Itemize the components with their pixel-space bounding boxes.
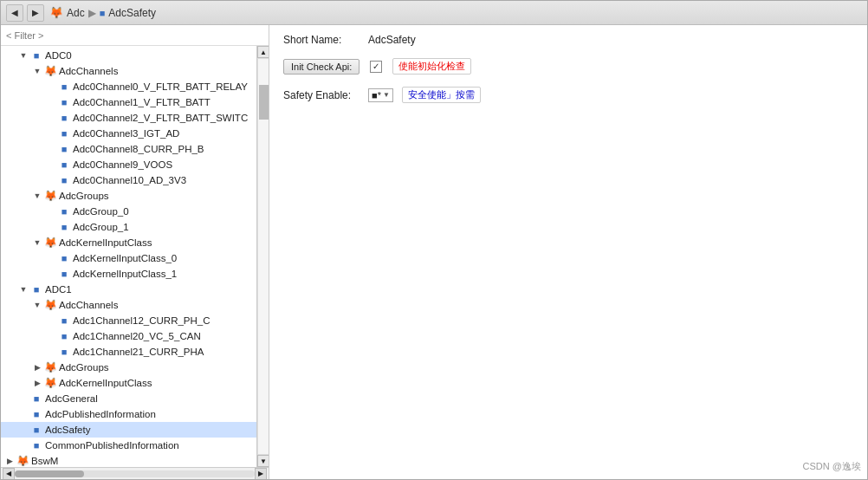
watermark: CSDN @逸埃 [803,460,861,473]
tree-item-label: Adc0Channel0_V_FLTR_BATT_RELAY [73,81,248,92]
tree-item-label: Adc0Channel2_V_FLTR_BATT_SWITC [73,113,248,123]
tree-item[interactable]: ■AdcKernelInputClass_0 [1,250,256,266]
fox-icon: 🦊 [44,65,56,77]
tree-item[interactable]: ■Adc1Channel12_CURR_PH_C [1,313,256,328]
tree-item[interactable]: ■AdcGroup_0 [1,204,256,219]
tree-toggle[interactable] [18,440,29,451]
breadcrumb-adc[interactable]: Adc [67,7,85,19]
tree-item[interactable]: ■Adc0Channel8_CURR_PH_B [1,141,256,157]
short-name-row: Short Name: AdcSafety [283,34,853,46]
tree-toggle[interactable] [46,331,56,341]
dropdown-value: ■* [372,90,381,101]
tree-toggle[interactable] [46,159,56,170]
tree-item[interactable]: ▼■ADC0 [1,48,256,63]
nav-fwd-button[interactable]: ▶ [27,4,44,22]
breadcrumb-adcsafety[interactable]: AdcSafety [108,7,156,19]
tree-toggle[interactable] [46,347,56,357]
hscroll-left-btn[interactable]: ◀ [3,468,15,480]
chinese-init-button[interactable]: 使能初始化检查 [392,58,471,75]
tree-item[interactable]: ■Adc0Channel1_V_FLTR_BATT [1,94,256,110]
tree-toggle[interactable] [46,81,56,92]
tree-item-label: AdcGeneral [45,393,98,404]
blue-square-icon: ■ [58,174,70,186]
tree-item[interactable]: ■AdcGeneral [1,391,256,406]
tree-item[interactable]: ▼🦊AdcGroups [1,188,256,204]
tree-toggle[interactable] [18,393,29,404]
tree-toggle[interactable]: ▼ [32,237,42,248]
tree-item[interactable]: ▶🦊AdcKernelInputClass [1,375,256,391]
hscroll-track[interactable] [15,470,255,477]
vscroll-bar: ▲ ▼ [256,46,269,467]
tree-toggle[interactable] [46,175,56,185]
safety-enable-row: Safety Enable: ■* ▼ 安全使能」按需 [283,87,853,103]
tree-toggle[interactable] [46,97,56,107]
tree-item-label: AdcGroups [59,362,109,373]
tree-item[interactable]: ■Adc1Channel20_VC_5_CAN [1,328,256,344]
titlebar: ◀ ▶ 🦊 Adc ▶ ■ AdcSafety [1,1,867,25]
filter-input[interactable] [6,30,263,41]
init-check-checkbox[interactable]: ✓ [370,61,382,73]
tree-item[interactable]: ▼■ADC1 [1,282,256,297]
tree-toggle[interactable]: ▶ [32,362,42,373]
fox-icon: 🦊 [44,361,56,373]
scroll-down-btn[interactable]: ▼ [257,455,269,467]
tree-item[interactable]: ▼🦊AdcChannels [1,63,256,79]
tree-item[interactable]: ■AdcKernelInputClass_1 [1,266,256,282]
tree-toggle[interactable]: ▼ [18,284,29,295]
tree-toggle[interactable] [46,113,56,123]
tree-item[interactable]: ■AdcPublishedInformation [1,406,256,422]
tree-toggle[interactable] [18,425,29,435]
vscroll-track[interactable] [257,58,269,455]
tree-item-label: BswM [31,456,58,466]
tree-item[interactable]: ■Adc0Channel3_IGT_AD [1,126,256,141]
tree-item-label: Adc1Channel20_VC_5_CAN [73,331,201,341]
safety-enable-dropdown[interactable]: ■* ▼ [368,88,393,102]
tree-toggle[interactable] [46,206,56,217]
fox-icon: 🦊 [44,237,56,249]
tree-item[interactable]: ■AdcSafety [1,422,256,438]
tree-scroll-wrap: ▼■ADC0▼🦊AdcChannels■Adc0Channel0_V_FLTR_… [1,46,269,467]
tree-toggle[interactable]: ▼ [32,191,42,201]
tree-toggle[interactable] [46,128,56,139]
tree-item-label: ADC1 [45,284,72,295]
tree-item[interactable]: ■Adc0Channel10_AD_3V3 [1,172,256,188]
tree-toggle[interactable] [18,409,29,419]
blue-square-icon: ■ [58,221,70,233]
scroll-up-btn[interactable]: ▲ [257,46,269,58]
tree-item[interactable]: ▶🦊BswM [1,453,256,467]
tree-item-label: AdcKernelInputClass_1 [73,269,177,279]
tree-toggle[interactable]: ▼ [32,300,42,310]
tree-toggle[interactable]: ▶ [32,378,42,388]
tree-toggle[interactable] [46,222,56,232]
tree-item[interactable]: ■Adc0Channel9_VOOS [1,157,256,172]
tree-item[interactable]: ■AdcGroup_1 [1,219,256,235]
tree-toggle[interactable]: ▼ [32,66,42,76]
tree-toggle[interactable] [46,144,56,154]
nav-back-button[interactable]: ◀ [6,4,23,22]
tree-toggle[interactable]: ▼ [18,50,29,61]
tree-item-label: AdcSafety [45,425,90,435]
short-name-value: AdcSafety [368,34,416,46]
tree-item[interactable]: ▼🦊AdcKernelInputClass [1,235,256,250]
tree-toggle[interactable] [46,253,56,263]
chinese-safety-button[interactable]: 安全使能」按需 [402,87,481,103]
tree-item[interactable]: ■Adc0Channel2_V_FLTR_BATT_SWITC [1,110,256,126]
tree-item[interactable]: ■Adc0Channel0_V_FLTR_BATT_RELAY [1,79,256,94]
tree-toggle[interactable] [46,315,56,326]
init-check-api-button[interactable]: Init Check Api: [283,59,360,75]
hscroll-right-btn[interactable]: ▶ [255,468,267,480]
blue-square-icon: ■ [58,127,70,139]
tree-toggle[interactable] [46,269,56,279]
fox-icon: 🦊 [16,455,29,467]
tree-item-label: Adc1Channel12_CURR_PH_C [73,315,211,326]
tree-item[interactable]: ■CommonPublishedInformation [1,438,256,453]
tree-item[interactable]: ▶🦊AdcGroups [1,360,256,375]
breadcrumb-sep: ▶ [88,7,96,19]
adcsafety-icon: ■ [100,8,106,18]
component-icon: ■ [30,49,42,62]
tree-item[interactable]: ■Adc1Channel21_CURR_PHA [1,344,256,360]
tree-item-label: AdcKernelInputClass_0 [73,253,177,263]
tree-item[interactable]: ▼🦊AdcChannels [1,297,256,313]
vscroll-thumb [259,85,269,120]
tree-toggle[interactable]: ▶ [4,456,15,466]
